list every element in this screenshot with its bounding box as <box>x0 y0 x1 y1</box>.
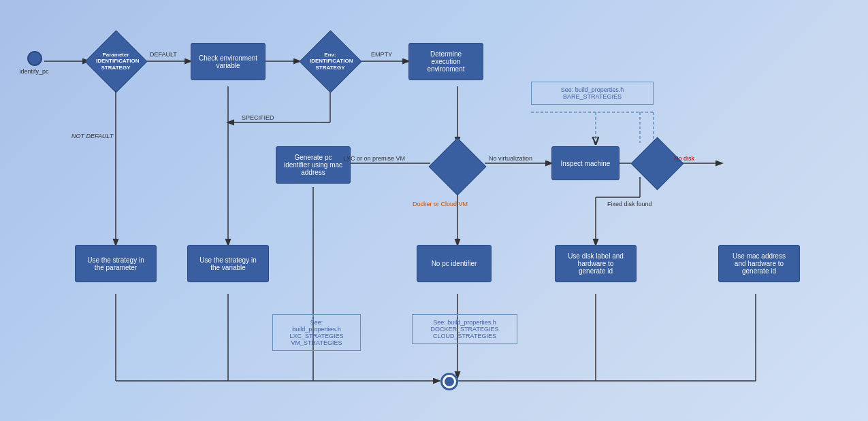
label-docker-cloud: Docker or Cloud VM <box>413 201 468 207</box>
diamond3 <box>430 143 485 190</box>
diamond2-label: Env:IDENTIFICATIONSTRATEGY <box>310 52 351 71</box>
diamond2: Env:IDENTIFICATIONSTRATEGY <box>300 37 361 85</box>
rect-gen-mac: Generate pcidentifier using macaddress <box>276 146 351 184</box>
label-specified: SPECIFIED <box>242 114 274 121</box>
label-lxc-vm: LXC or on premise VM <box>343 155 405 162</box>
label-default: DEFAULT <box>150 51 177 58</box>
rect-disk-label: Use disk label andhardware togenerate id <box>555 245 637 282</box>
rect-no-pc-id: No pc identifier <box>417 245 492 282</box>
note-docker-strategies: See: build_properties.hDOCKER_STRATEGIES… <box>412 314 517 344</box>
diamond1-label: ParameterIDENTIFICATIONSTRATEGY <box>96 52 135 71</box>
rect-determine-exec: Determineexecutionenvironment <box>408 43 483 80</box>
flowchart-diagram: identify_pc ParameterIDENTIFICATIONSTRAT… <box>0 0 868 421</box>
end-circle <box>440 373 458 390</box>
start-label: identify_pc <box>14 68 54 75</box>
note-lxc-strategies: See:build_properties.hLXC_STRATEGIESVM_S… <box>272 314 361 351</box>
label-not-default: NOT DEFAULT <box>71 133 113 139</box>
label-no-disk: No disk <box>674 155 694 162</box>
diamond1: ParameterIDENTIFICATIONSTRATEGY <box>89 37 143 85</box>
rect-strategy-var: Use the strategy inthe variable <box>187 245 269 282</box>
diamond4 <box>633 143 681 184</box>
label-empty: EMPTY <box>371 51 392 58</box>
note-bare-strategies: See: build_properties.hBARE_STRATEGIES <box>531 82 654 105</box>
rect-inspect-machine: Inspect machine <box>551 146 620 180</box>
label-no-virt: No virtualization <box>489 155 532 162</box>
start-circle <box>27 51 42 66</box>
rect-mac-hw: Use mac addressand hardware togenerate i… <box>718 245 800 282</box>
rect-strategy-param: Use the strategy inthe parameter <box>75 245 157 282</box>
label-fixed-disk: Fixed disk found <box>607 201 652 207</box>
rect-check-env: Check environmentvariable <box>191 43 266 80</box>
